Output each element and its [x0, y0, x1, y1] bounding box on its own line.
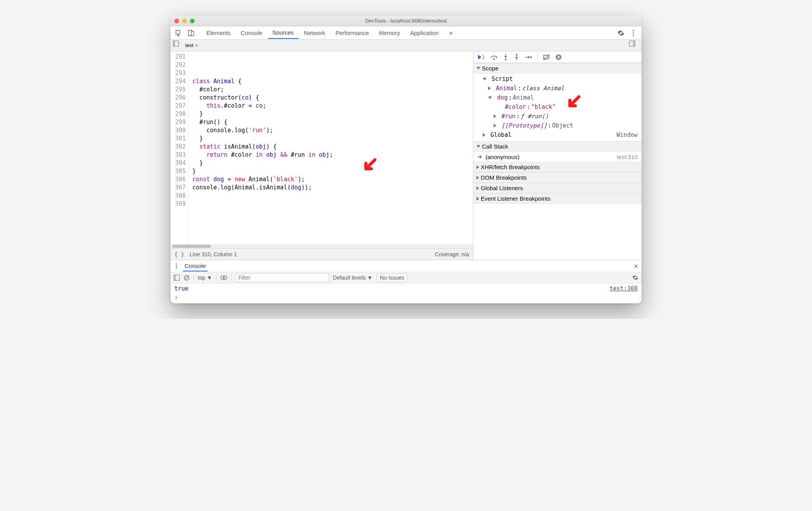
- tab-application[interactable]: Application: [406, 27, 443, 39]
- coverage-status: Coverage: n/a: [435, 251, 469, 257]
- close-drawer-icon[interactable]: ×: [634, 262, 638, 271]
- svg-line-22: [185, 276, 188, 280]
- resume-icon[interactable]: [477, 54, 485, 60]
- scope-animal[interactable]: Animal: class Animal: [477, 84, 642, 93]
- braces-icon[interactable]: { }: [174, 251, 184, 257]
- section-global-listeners[interactable]: Global Listeners: [473, 183, 642, 193]
- main-toolbar: ElementsConsoleSourcesNetworkPerformance…: [170, 26, 642, 40]
- section-xhr-fetch-breakpoints[interactable]: XHR/fetch Breakpoints: [473, 162, 642, 172]
- svg-point-2: [633, 30, 634, 31]
- code-area[interactable]: 2912922932942952962972982993003013023033…: [170, 51, 473, 244]
- file-tab[interactable]: test ×: [183, 42, 200, 49]
- deactivate-breakpoints-icon[interactable]: [543, 54, 550, 60]
- console-settings-icon[interactable]: [632, 275, 638, 281]
- horizontal-scrollbar[interactable]: [170, 244, 473, 248]
- console-output-row: true test:308: [170, 284, 642, 294]
- console-filter-input[interactable]: [236, 273, 329, 282]
- console-toolbar: top ▼ Default levels ▼ No Issues: [170, 272, 642, 284]
- live-expression-icon[interactable]: [220, 275, 227, 280]
- svg-point-10: [505, 59, 506, 60]
- svg-rect-14: [558, 56, 559, 59]
- inspect-element-icon[interactable]: [174, 28, 184, 38]
- log-levels-selector[interactable]: Default levels ▼: [333, 275, 373, 281]
- step-icon[interactable]: [525, 54, 532, 60]
- navigator-toggle-icon[interactable]: [173, 40, 183, 51]
- editor-pane: 2912922932942952962972982993003013023033…: [170, 51, 473, 260]
- section-dom-breakpoints[interactable]: DOM Breakpoints: [473, 172, 642, 183]
- cursor-position: Line 310, Column 1: [190, 251, 237, 257]
- context-selector[interactable]: top ▼: [198, 275, 212, 281]
- callstack-header[interactable]: Call Stack: [473, 141, 642, 152]
- close-tab-icon[interactable]: ×: [195, 42, 198, 49]
- more-tabs-icon[interactable]: »: [446, 28, 456, 38]
- tab-elements[interactable]: Elements: [202, 27, 236, 39]
- section-event-listener-breakpoints[interactable]: Event Listener Breakpoints: [473, 193, 642, 204]
- svg-point-9: [493, 58, 495, 60]
- settings-icon[interactable]: [616, 28, 626, 38]
- scope-dog-run[interactable]: #run: ƒ #run(): [477, 112, 642, 121]
- scope-panel: Scope Script Animal: class Animal dog: A…: [473, 63, 642, 260]
- svg-point-16: [176, 264, 177, 265]
- titlebar: DevTools - localhost:8080/demo/test: [170, 16, 642, 26]
- step-out-icon[interactable]: [514, 54, 519, 60]
- console-output-value: true: [174, 285, 188, 292]
- svg-point-3: [633, 32, 634, 33]
- clear-console-icon[interactable]: [184, 275, 190, 281]
- window-title: DevTools - localhost:8080/demo/test: [170, 18, 642, 24]
- content-split: 2912922932942952962972982993003013023033…: [170, 51, 642, 260]
- svg-point-17: [176, 266, 177, 267]
- scope-dog-proto[interactable]: [[Prototype]]: Object: [477, 121, 642, 130]
- tab-sources[interactable]: Sources: [268, 27, 299, 39]
- console-sidebar-toggle-icon[interactable]: [174, 275, 180, 281]
- svg-rect-1: [191, 32, 194, 36]
- kebab-menu-icon[interactable]: [628, 28, 638, 38]
- console-drawer: Console × top ▼ Default levels ▼ No Issu…: [170, 260, 642, 303]
- code-text[interactable]: class Animal { #color; constructor(co) {…: [188, 51, 473, 244]
- console-output-source[interactable]: test:308: [610, 285, 638, 292]
- tab-performance[interactable]: Performance: [331, 27, 374, 39]
- console-drawer-menu-icon[interactable]: [174, 263, 179, 269]
- callstack-frame[interactable]: ➔ (anonymous) test:310: [473, 152, 642, 162]
- svg-point-12: [530, 56, 532, 58]
- tab-network[interactable]: Network: [299, 27, 330, 39]
- svg-rect-8: [633, 41, 635, 46]
- svg-point-11: [516, 54, 517, 56]
- current-frame-icon: ➔: [477, 153, 482, 160]
- svg-rect-6: [173, 41, 175, 46]
- scope-dog-color[interactable]: #color: "black": [477, 102, 642, 112]
- editor-statusbar: { } Line 310, Column 1 Coverage: n/a: [170, 248, 473, 260]
- scope-script[interactable]: Script: [477, 74, 642, 84]
- devtools-window: DevTools - localhost:8080/demo/test Elem…: [170, 16, 642, 303]
- debugger-toolbar: [473, 51, 642, 63]
- tab-console[interactable]: Console: [236, 27, 267, 39]
- step-over-icon[interactable]: [490, 54, 497, 60]
- issues-button[interactable]: No Issues: [376, 273, 408, 282]
- svg-rect-15: [559, 56, 559, 59]
- file-tabbar: test ×: [170, 40, 642, 51]
- device-toolbar-icon[interactable]: [186, 28, 196, 38]
- console-tab[interactable]: Console: [183, 261, 207, 271]
- scope-dog[interactable]: dog: Animal: [477, 93, 642, 102]
- svg-point-4: [633, 35, 634, 36]
- pause-on-exceptions-icon[interactable]: [555, 54, 562, 60]
- panel-tabs: ElementsConsoleSourcesNetworkPerformance…: [202, 27, 443, 39]
- console-prompt[interactable]: ›: [170, 294, 642, 303]
- right-panel-toggle-icon[interactable]: [629, 40, 639, 51]
- svg-point-24: [223, 277, 225, 279]
- file-name: test: [185, 42, 193, 48]
- line-gutter: 2912922932942952962972982993003013023033…: [170, 51, 188, 244]
- svg-point-18: [176, 268, 177, 269]
- debugger-pane: Scope Script Animal: class Animal dog: A…: [473, 51, 642, 260]
- console-tabs: Console ×: [170, 260, 642, 272]
- svg-rect-20: [174, 275, 176, 280]
- step-into-icon[interactable]: [503, 54, 508, 60]
- scope-global[interactable]: GlobalWindow: [477, 130, 642, 140]
- scope-header[interactable]: Scope: [473, 63, 642, 74]
- tab-memory[interactable]: Memory: [374, 27, 405, 39]
